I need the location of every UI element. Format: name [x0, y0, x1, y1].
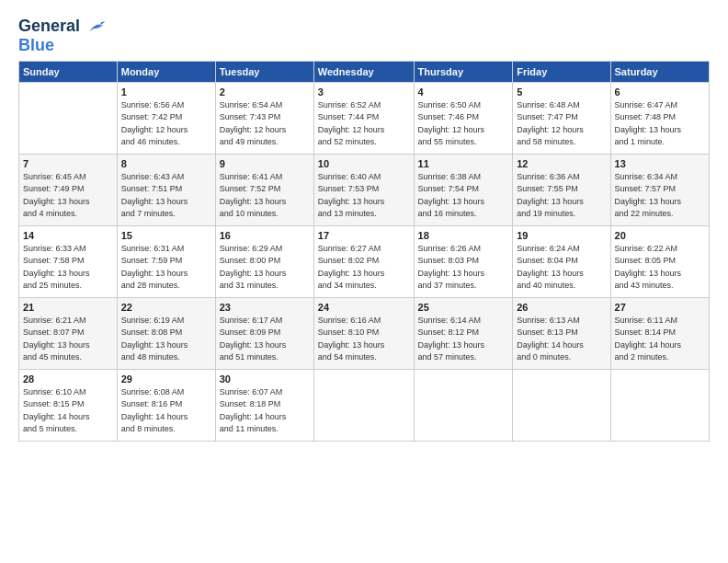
day-info: Sunrise: 6:19 AMSunset: 8:08 PMDaylight:… — [121, 315, 211, 364]
day-cell: 9Sunrise: 6:41 AMSunset: 7:52 PMDaylight… — [215, 154, 313, 225]
day-number: 22 — [121, 302, 211, 313]
day-cell: 22Sunrise: 6:19 AMSunset: 8:08 PMDayligh… — [117, 297, 215, 369]
week-row-2: 7Sunrise: 6:45 AMSunset: 7:49 PMDaylight… — [19, 154, 710, 225]
day-cell: 3Sunrise: 6:52 AMSunset: 7:44 PMDaylight… — [313, 82, 414, 154]
day-number: 26 — [517, 302, 606, 313]
day-cell: 24Sunrise: 6:16 AMSunset: 8:10 PMDayligh… — [313, 297, 414, 369]
day-cell: 17Sunrise: 6:27 AMSunset: 8:02 PMDayligh… — [313, 225, 414, 297]
day-cell — [19, 82, 118, 154]
day-number: 6 — [615, 86, 705, 98]
day-number: 3 — [318, 86, 410, 98]
col-header-wednesday: Wednesday — [313, 61, 414, 82]
header-row: SundayMondayTuesdayWednesdayThursdayFrid… — [19, 61, 710, 82]
day-cell: 16Sunrise: 6:29 AMSunset: 8:00 PMDayligh… — [215, 225, 313, 297]
day-number: 19 — [517, 230, 606, 241]
day-number: 9 — [220, 158, 310, 169]
logo: General Blue — [18, 17, 107, 55]
day-cell: 29Sunrise: 6:08 AMSunset: 8:16 PMDayligh… — [117, 369, 215, 441]
col-header-monday: Monday — [117, 61, 215, 82]
day-info: Sunrise: 6:34 AMSunset: 7:57 PMDaylight:… — [615, 171, 705, 221]
day-info: Sunrise: 6:56 AMSunset: 7:42 PMDaylight:… — [121, 99, 211, 149]
day-info: Sunrise: 6:48 AMSunset: 7:47 PMDaylight:… — [517, 99, 606, 149]
day-cell: 13Sunrise: 6:34 AMSunset: 7:57 PMDayligh… — [610, 154, 709, 225]
day-number: 24 — [318, 302, 410, 313]
day-number: 7 — [23, 158, 113, 169]
day-cell: 11Sunrise: 6:38 AMSunset: 7:54 PMDayligh… — [414, 154, 513, 225]
day-info: Sunrise: 6:07 AMSunset: 8:18 PMDaylight:… — [220, 386, 310, 436]
day-cell: 7Sunrise: 6:45 AMSunset: 7:49 PMDaylight… — [19, 154, 118, 225]
week-row-5: 28Sunrise: 6:10 AMSunset: 8:15 PMDayligh… — [19, 369, 710, 441]
logo-text: General — [18, 17, 107, 37]
week-row-1: 1Sunrise: 6:56 AMSunset: 7:42 PMDaylight… — [19, 82, 710, 154]
day-info: Sunrise: 6:47 AMSunset: 7:48 PMDaylight:… — [615, 99, 705, 149]
col-header-sunday: Sunday — [19, 61, 118, 82]
day-number: 27 — [615, 302, 705, 313]
day-cell — [513, 369, 610, 441]
day-cell: 4Sunrise: 6:50 AMSunset: 7:46 PMDaylight… — [414, 82, 513, 154]
day-info: Sunrise: 6:31 AMSunset: 7:59 PMDaylight:… — [121, 243, 211, 293]
day-info: Sunrise: 6:40 AMSunset: 7:53 PMDaylight:… — [318, 171, 410, 221]
day-cell: 30Sunrise: 6:07 AMSunset: 8:18 PMDayligh… — [215, 369, 313, 441]
day-cell: 18Sunrise: 6:26 AMSunset: 8:03 PMDayligh… — [414, 225, 513, 297]
day-cell — [610, 369, 709, 441]
day-info: Sunrise: 6:08 AMSunset: 8:16 PMDaylight:… — [121, 386, 211, 436]
day-number: 28 — [23, 373, 113, 385]
day-cell: 8Sunrise: 6:43 AMSunset: 7:51 PMDaylight… — [117, 154, 215, 225]
day-number: 12 — [517, 158, 606, 169]
day-cell: 19Sunrise: 6:24 AMSunset: 8:04 PMDayligh… — [513, 225, 610, 297]
day-cell: 6Sunrise: 6:47 AMSunset: 7:48 PMDaylight… — [610, 82, 709, 154]
day-number: 23 — [220, 302, 310, 313]
day-number: 2 — [220, 86, 310, 98]
day-number: 20 — [615, 230, 705, 241]
day-cell: 14Sunrise: 6:33 AMSunset: 7:58 PMDayligh… — [19, 225, 118, 297]
day-cell: 25Sunrise: 6:14 AMSunset: 8:12 PMDayligh… — [414, 297, 513, 369]
day-number: 8 — [121, 158, 211, 169]
col-header-tuesday: Tuesday — [215, 61, 313, 82]
day-cell — [414, 369, 513, 441]
day-number: 15 — [121, 230, 211, 241]
week-row-3: 14Sunrise: 6:33 AMSunset: 7:58 PMDayligh… — [19, 225, 710, 297]
day-number: 10 — [318, 158, 410, 169]
calendar-table: SundayMondayTuesdayWednesdayThursdayFrid… — [18, 61, 710, 442]
day-cell: 2Sunrise: 6:54 AMSunset: 7:43 PMDaylight… — [215, 82, 313, 154]
page: General Blue SundayMondayTuesdayWednesda… — [0, 0, 728, 563]
day-info: Sunrise: 6:27 AMSunset: 8:02 PMDaylight:… — [318, 243, 410, 293]
day-number: 13 — [615, 158, 705, 169]
week-row-4: 21Sunrise: 6:21 AMSunset: 8:07 PMDayligh… — [19, 297, 710, 369]
day-info: Sunrise: 6:26 AMSunset: 8:03 PMDaylight:… — [418, 243, 509, 293]
day-info: Sunrise: 6:17 AMSunset: 8:09 PMDaylight:… — [220, 315, 310, 364]
day-number: 11 — [418, 158, 509, 169]
logo-blue: Blue — [18, 37, 107, 55]
col-header-thursday: Thursday — [414, 61, 513, 82]
day-info: Sunrise: 6:52 AMSunset: 7:44 PMDaylight:… — [318, 99, 410, 149]
day-cell: 23Sunrise: 6:17 AMSunset: 8:09 PMDayligh… — [215, 297, 313, 369]
day-number: 21 — [23, 302, 113, 313]
day-number: 17 — [318, 230, 410, 241]
day-info: Sunrise: 6:29 AMSunset: 8:00 PMDaylight:… — [220, 243, 310, 293]
day-info: Sunrise: 6:41 AMSunset: 7:52 PMDaylight:… — [220, 171, 310, 221]
day-cell: 10Sunrise: 6:40 AMSunset: 7:53 PMDayligh… — [313, 154, 414, 225]
day-cell: 20Sunrise: 6:22 AMSunset: 8:05 PMDayligh… — [610, 225, 709, 297]
day-info: Sunrise: 6:33 AMSunset: 7:58 PMDaylight:… — [23, 243, 113, 293]
day-info: Sunrise: 6:38 AMSunset: 7:54 PMDaylight:… — [418, 171, 509, 221]
day-info: Sunrise: 6:45 AMSunset: 7:49 PMDaylight:… — [23, 171, 113, 221]
day-cell: 15Sunrise: 6:31 AMSunset: 7:59 PMDayligh… — [117, 225, 215, 297]
day-number: 29 — [121, 373, 211, 385]
day-number: 5 — [517, 86, 606, 98]
day-number: 14 — [23, 230, 113, 241]
day-info: Sunrise: 6:22 AMSunset: 8:05 PMDaylight:… — [615, 243, 705, 293]
day-cell: 28Sunrise: 6:10 AMSunset: 8:15 PMDayligh… — [19, 369, 118, 441]
header: General Blue — [18, 17, 710, 55]
day-cell: 5Sunrise: 6:48 AMSunset: 7:47 PMDaylight… — [513, 82, 610, 154]
day-info: Sunrise: 6:16 AMSunset: 8:10 PMDaylight:… — [318, 315, 410, 364]
logo-bird-icon — [86, 17, 107, 37]
day-number: 1 — [121, 86, 211, 98]
day-cell — [313, 369, 414, 441]
day-cell: 26Sunrise: 6:13 AMSunset: 8:13 PMDayligh… — [513, 297, 610, 369]
day-info: Sunrise: 6:24 AMSunset: 8:04 PMDaylight:… — [517, 243, 606, 293]
col-header-friday: Friday — [513, 61, 610, 82]
day-info: Sunrise: 6:13 AMSunset: 8:13 PMDaylight:… — [517, 315, 606, 364]
day-number: 25 — [418, 302, 509, 313]
day-info: Sunrise: 6:14 AMSunset: 8:12 PMDaylight:… — [418, 315, 509, 364]
day-cell: 1Sunrise: 6:56 AMSunset: 7:42 PMDaylight… — [117, 82, 215, 154]
